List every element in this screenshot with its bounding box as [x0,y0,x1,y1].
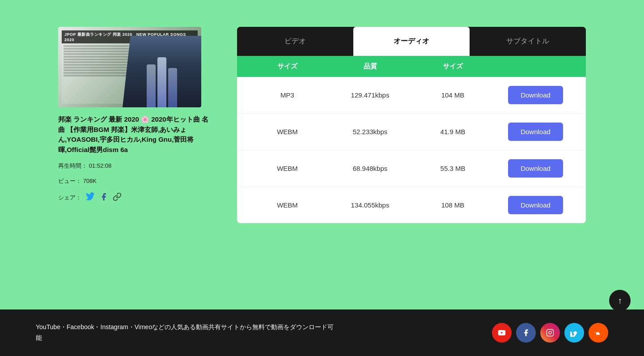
svg-rect-1 [547,330,554,336]
views-label: ビュー： [58,178,81,184]
video-title: 邦楽 ランキング 最新 2020 🌸 2020年ヒット曲 名曲 【作業用BGM … [58,114,210,155]
quality-cell: 134.055kbps [329,201,411,209]
left-panel: JPOP 最新曲ランキング 邦楽 2020 NEW POPULAR SONGS … [58,27,210,203]
footer-text: YouTube・Facebook・Instagram・Vimeoなどの人気ある動… [36,322,340,343]
size-cell: 108 MB [411,201,494,209]
table-row: WEBM 134.055kbps 108 MB Download [237,187,586,223]
download-button-1[interactable]: Download [508,123,563,141]
link-share-button[interactable] [113,192,122,203]
download-cell: Download [494,86,577,104]
youtube-icon-button[interactable] [492,323,512,343]
download-cell: Download [494,159,577,178]
main-content: JPOP 最新曲ランキング 邦楽 2020 NEW POPULAR SONGS … [0,0,644,309]
header-format: サイズ [246,62,329,71]
quality-cell: 52.233kbps [329,128,411,136]
right-panel: ビデオ オーディオ サブタイトル サイズ 品質 サイズ MP3 129.471k… [237,27,586,223]
format-cell: MP3 [246,91,329,99]
header-quality: 品質 [329,62,411,71]
tab-audio[interactable]: オーディオ [353,27,470,56]
soundcloud-icon-button[interactable] [589,323,608,343]
header-size: サイズ [411,62,494,71]
social-icons [492,323,608,343]
footer: YouTube・Facebook・Instagram・Vimeoなどの人気ある動… [0,309,644,356]
table-header: サイズ 品質 サイズ [237,56,586,77]
table-container: サイズ 品質 サイズ MP3 129.471kbps 104 MB Downlo… [237,56,586,223]
facebook-icon-button[interactable] [516,323,536,343]
format-cell: WEBM [246,165,329,172]
format-cell: WEBM [246,128,329,136]
download-button-0[interactable]: Download [508,86,563,104]
share-label: シェア： [58,194,81,202]
vimeo-icon-button[interactable] [564,323,584,343]
table-row: MP3 129.471kbps 104 MB Download [237,77,586,114]
tab-subtitle[interactable]: サブタイトル [470,27,586,56]
instagram-icon-button[interactable] [540,323,560,343]
duration-row: 再生時間： 01:52:08 [58,162,210,170]
twitter-share-button[interactable] [86,192,95,203]
size-cell: 41.9 MB [411,128,494,136]
tab-video[interactable]: ビデオ [237,27,353,56]
share-row: シェア： [58,192,210,203]
format-cell: WEBM [246,201,329,209]
header-action [494,62,577,71]
video-thumbnail: JPOP 最新曲ランキング 邦楽 2020 NEW POPULAR SONGS … [58,27,201,107]
tabs-container: ビデオ オーディオ サブタイトル [237,27,586,56]
download-button-2[interactable]: Download [508,159,563,178]
table-row: WEBM 52.233kbps 41.9 MB Download [237,114,586,150]
duration-value: 01:52:08 [89,162,112,169]
views-value: 708K [83,178,97,184]
views-row: ビュー： 708K [58,177,210,185]
size-cell: 55.3 MB [411,165,494,172]
download-button-3[interactable]: Download [508,196,563,214]
scroll-to-top-button[interactable]: ↑ [609,290,631,311]
table-row: WEBM 68.948kbps 55.3 MB Download [237,150,586,187]
size-cell: 104 MB [411,91,494,99]
duration-label: 再生時間： [58,162,87,169]
download-cell: Download [494,123,577,141]
download-cell: Download [494,196,577,214]
quality-cell: 129.471kbps [329,91,411,99]
facebook-share-button[interactable] [99,192,108,203]
quality-cell: 68.948kbps [329,165,411,172]
